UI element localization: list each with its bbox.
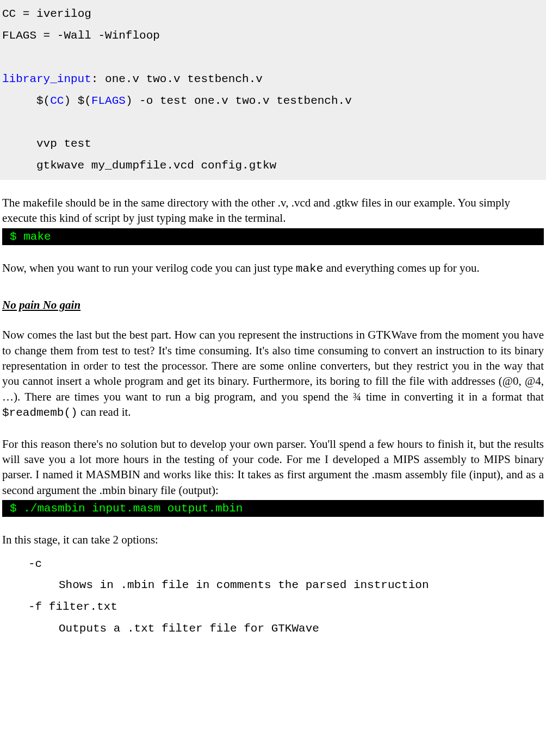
- makefile-code-block: CC = iverilog FLAGS = -Wall -Winfloop li…: [0, 0, 546, 180]
- inline-code-readmemb: $readmemb(): [2, 407, 78, 419]
- option-name: -c: [2, 553, 544, 575]
- makefile-line: gtkwave my_dumpfile.vcd config.gtkw: [2, 159, 276, 172]
- inline-code-make: make: [296, 263, 323, 275]
- paragraph: For this reason there's no solution but …: [2, 436, 544, 498]
- makefile-target-line: library_input: one.v two.v testbench.v: [2, 73, 263, 85]
- makefile-var-flags: FLAGS: [91, 95, 126, 107]
- makefile-line: vvp test: [2, 138, 91, 150]
- terminal-command: $ ./masmbin input.masm output.mbin: [2, 500, 544, 517]
- option-name: -f filter.txt: [2, 596, 544, 618]
- makefile-var-cc: CC: [50, 95, 64, 107]
- section-heading: No pain No gain: [2, 298, 544, 312]
- makefile-target: library_input: [2, 73, 91, 85]
- terminal-command: $ make: [2, 228, 544, 245]
- makefile-line: CC = iverilog: [2, 8, 91, 20]
- makefile-line: $(CC) $(FLAGS) -o test one.v two.v testb…: [2, 95, 352, 107]
- makefile-blank: [2, 51, 9, 64]
- makefile-line: FLAGS = -Wall -Winfloop: [2, 29, 160, 42]
- option-description: Shows in .mbin file in comments the pars…: [2, 574, 544, 596]
- paragraph: The makefile should be in the same direc…: [2, 195, 544, 226]
- paragraph: Now comes the last but the best part. Ho…: [2, 327, 544, 421]
- paragraph: In this stage, it can take 2 options:: [2, 532, 544, 547]
- makefile-blank: [2, 116, 9, 128]
- options-list: -c Shows in .mbin file in comments the p…: [2, 553, 544, 640]
- option-description: Outputs a .txt filter file for GTKWave: [2, 618, 544, 640]
- paragraph: Now, when you want to run your verilog c…: [2, 260, 544, 277]
